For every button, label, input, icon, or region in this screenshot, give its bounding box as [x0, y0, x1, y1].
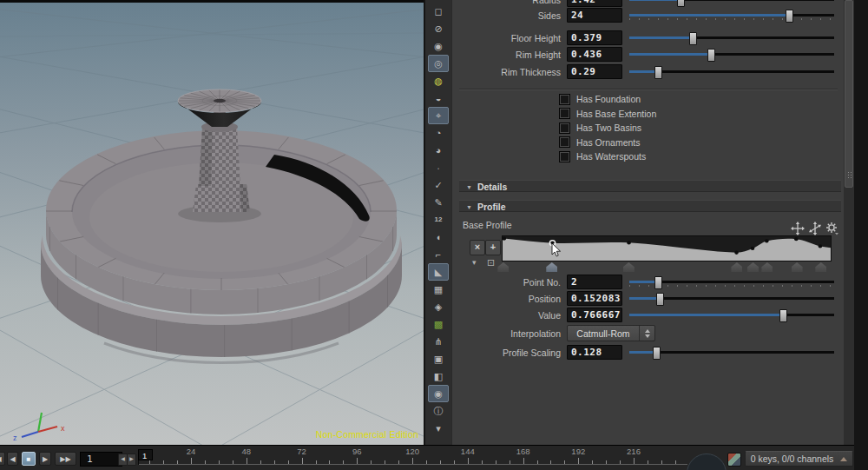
slider-handle[interactable] — [779, 309, 787, 322]
section-header-profile[interactable]: ▼Profile — [459, 200, 841, 212]
record-button-icon[interactable]: ▣ — [428, 350, 449, 367]
snap-target-icon[interactable]: ⌖ — [428, 107, 449, 124]
ramp-position-handle[interactable] — [761, 262, 773, 272]
light-link-icon[interactable]: ◒ — [428, 89, 449, 107]
checkbox-row[interactable]: Has Two Basins — [559, 122, 656, 133]
scrollbar-thumb[interactable] — [845, 0, 853, 188]
rim-thickness-field[interactable]: 0.29 — [567, 64, 622, 79]
viewport[interactable]: x z Non-Commercial Edition — [0, 0, 424, 445]
play-forward-button[interactable]: ▶ — [39, 452, 51, 466]
slider-handle[interactable] — [654, 66, 662, 79]
key-options-icon[interactable] — [727, 453, 741, 467]
ramp-position-handle[interactable] — [792, 262, 803, 272]
checkbox[interactable] — [559, 108, 570, 119]
ramp-menu-gear-icon[interactable] — [825, 222, 839, 235]
position-field[interactable]: 0.152083 — [567, 291, 622, 306]
rim-height-slider[interactable] — [629, 48, 834, 61]
pin-view-icon[interactable]: ◉ — [428, 385, 449, 402]
collapse-triangle-icon[interactable]: ▼ — [466, 204, 472, 210]
slider-handle[interactable] — [653, 347, 661, 360]
viewport-scene[interactable]: x z — [0, 0, 424, 445]
next-frame-button[interactable]: ▶ — [127, 453, 136, 466]
playhead-marker[interactable]: 1 — [138, 449, 153, 460]
headlight-icon[interactable]: ◉ — [428, 37, 449, 55]
ramp-position-handle-selected[interactable] — [546, 262, 557, 272]
panel-scrollbar[interactable] — [844, 0, 854, 445]
dropdown-spinner-icon[interactable] — [639, 326, 654, 341]
checkbox-row[interactable]: Has Base Extention — [559, 109, 656, 119]
light-disabled-icon[interactable]: ⊘ — [428, 20, 449, 37]
geometry-crate-icon[interactable]: ▩ — [428, 315, 449, 333]
ramp-expand-icon[interactable]: ⊡ — [487, 257, 495, 268]
ramp-move-icon[interactable] — [791, 222, 805, 235]
lamp-icon[interactable]: ◎ — [428, 55, 449, 72]
slider-handle[interactable] — [656, 293, 664, 306]
pen-icon[interactable]: ✎ — [428, 194, 449, 211]
ruler-frame-label: 144 — [458, 447, 477, 456]
ramp-position-handle[interactable] — [747, 262, 759, 272]
point-display-icon[interactable]: ∙ — [428, 159, 449, 176]
ruler-frame-label: 168 — [514, 447, 533, 456]
ramp-delete-point-button[interactable]: × — [470, 240, 485, 255]
checkbox-row[interactable]: Has Ornaments — [559, 137, 656, 148]
checkbox[interactable] — [559, 151, 570, 162]
radius-slider[interactable] — [629, 0, 834, 6]
value-field[interactable]: 0.766667 — [567, 308, 622, 322]
collapse-triangle-icon[interactable]: ▼ — [466, 184, 472, 190]
jump-to-end-button[interactable]: ▶▶ — [55, 452, 76, 466]
radius-field[interactable]: 1.42 — [567, 0, 622, 7]
interpolation-dropdown[interactable]: Catmull-Rom — [567, 325, 655, 341]
lock-icon[interactable]: ◻ — [428, 3, 449, 20]
diamond-display-icon[interactable]: ◈ — [428, 298, 449, 315]
point-no-slider[interactable] — [629, 275, 834, 288]
ramp-position-handle[interactable] — [497, 262, 509, 272]
point-no-field[interactable]: 2 — [567, 275, 622, 289]
keys-channels-button[interactable]: 0 keys, 0/0 channels — [745, 451, 853, 467]
play-backward-button[interactable]: ◀ — [7, 452, 18, 466]
ramp-collapse-icon[interactable]: ▾ — [472, 258, 477, 267]
section-header-details[interactable]: ▼Details — [459, 180, 841, 192]
visibility-icon[interactable]: ◔ — [428, 124, 449, 142]
rim-height-field[interactable]: 0.436 — [567, 47, 622, 62]
slider-handle[interactable] — [654, 276, 662, 289]
slider-handle[interactable] — [689, 32, 697, 45]
corner-ruler-icon[interactable]: ⌐ — [428, 246, 449, 263]
profile-scaling-slider[interactable] — [629, 346, 834, 359]
view-flag-icon[interactable]: ◣ — [428, 263, 449, 281]
axis-tripod-icon[interactable]: ⋔ — [428, 333, 449, 350]
current-frame-field[interactable]: 1 — [80, 452, 122, 467]
lamp-pinned-icon[interactable]: ◍ — [428, 72, 449, 89]
floor-height-field[interactable]: 0.379 — [567, 30, 622, 45]
checkbox-row[interactable]: Has Waterspouts — [559, 151, 656, 162]
profile-scaling-field[interactable]: 0.128 — [567, 345, 622, 360]
more-icon[interactable]: ▾ — [428, 420, 449, 437]
ramp-position-handle[interactable] — [623, 262, 635, 272]
info-icon[interactable]: ⓘ — [428, 402, 449, 420]
stop-button[interactable]: ■ — [22, 452, 36, 466]
sides-field[interactable]: 24 — [567, 8, 622, 23]
rim-thickness-slider[interactable] — [629, 65, 834, 78]
checkbox[interactable] — [559, 122, 570, 134]
shade-mode-icon[interactable]: ◕ — [428, 142, 449, 159]
base-profile-ramp[interactable] — [502, 235, 832, 261]
checkbox[interactable] — [559, 136, 570, 148]
slider-handle[interactable] — [786, 10, 793, 23]
checkbox-row[interactable]: Has Foundation — [559, 94, 656, 104]
ramp-arrows-icon[interactable] — [808, 222, 822, 235]
checker-texture-icon[interactable]: ▦ — [428, 281, 449, 298]
checkbox[interactable] — [559, 94, 570, 105]
select-normals-icon[interactable]: ✓ — [428, 176, 449, 194]
position-slider[interactable] — [629, 292, 834, 305]
jump-to-start-button[interactable]: ◀ — [0, 452, 5, 466]
floor-height-slider[interactable] — [629, 31, 834, 44]
ramp-position-handle[interactable] — [731, 262, 742, 272]
value-slider[interactable] — [629, 308, 834, 321]
camera-icon[interactable]: ◧ — [428, 367, 449, 385]
ramp-position-handle[interactable] — [815, 262, 826, 272]
slider-handle[interactable] — [677, 0, 685, 7]
sculpt-icon[interactable]: ◖ — [428, 228, 449, 246]
slider-handle[interactable] — [707, 49, 715, 62]
ramp-add-point-button[interactable]: + — [485, 240, 501, 255]
point-numbers-icon[interactable]: 12 — [428, 211, 449, 228]
sides-slider[interactable] — [629, 9, 834, 22]
